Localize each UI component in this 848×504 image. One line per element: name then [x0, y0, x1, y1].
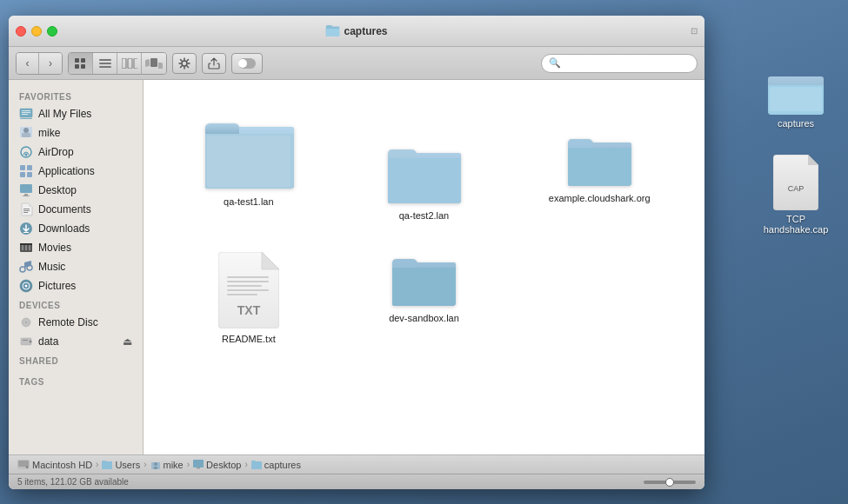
remote-disc-icon	[19, 315, 33, 329]
sidebar-item-all-my-files[interactable]: All My Files	[9, 104, 143, 123]
sidebar-label-downloads: Downloads	[38, 222, 90, 235]
sidebar: FAVORITES All My Files mike AirDrop	[9, 80, 144, 454]
svg-point-17	[182, 61, 187, 66]
window-title: captures	[344, 25, 387, 37]
svg-rect-7	[81, 64, 85, 69]
svg-rect-33	[27, 172, 32, 177]
svg-text:TXT: TXT	[237, 303, 261, 317]
readme-icon: TXT	[218, 252, 279, 328]
svg-point-27	[23, 128, 29, 133]
all-my-files-icon	[19, 107, 33, 121]
svg-rect-62	[227, 289, 269, 291]
breadcrumb-folder-icon-2	[251, 460, 262, 469]
svg-rect-59	[227, 276, 269, 278]
svg-rect-43	[20, 243, 32, 245]
arrange-button[interactable]	[172, 53, 197, 74]
slider-thumb[interactable]	[665, 478, 674, 487]
file-item-readme[interactable]: TXT README.txt	[170, 245, 328, 351]
svg-rect-34	[20, 184, 32, 193]
sidebar-label-remote-disc: Remote Disc	[38, 316, 98, 328]
desktop-icon-sidebar	[19, 183, 33, 197]
example-folder-icon	[565, 132, 633, 188]
sidebar-item-applications[interactable]: Applications	[9, 162, 143, 181]
traffic-lights	[16, 26, 57, 36]
file-item-qa-test1[interactable]: qa-test1.lan	[170, 106, 328, 228]
breadcrumb-macintosh-hd[interactable]: Macintosh HD	[17, 460, 92, 470]
breadcrumb-captures[interactable]: captures	[251, 460, 301, 470]
sidebar-item-remote-disc[interactable]: Remote Disc	[9, 313, 143, 332]
sidebar-item-downloads[interactable]: Downloads	[9, 219, 143, 238]
svg-rect-45	[25, 245, 27, 250]
share-button[interactable]	[202, 53, 226, 74]
breadcrumb-bar: Macintosh HD › Users › mike › Desktop	[9, 454, 704, 474]
breadcrumb-mike[interactable]: mike	[150, 460, 184, 470]
svg-rect-39	[23, 212, 28, 213]
sidebar-label-movies: Movies	[38, 242, 71, 254]
breadcrumb-users[interactable]: Users	[102, 460, 140, 470]
file-item-example[interactable]: example.cloudshark.org	[520, 106, 678, 228]
mike-icon	[19, 126, 33, 140]
nav-back-button[interactable]: ‹	[17, 53, 39, 74]
nav-forward-button[interactable]: ›	[39, 53, 62, 74]
info-bar: 5 items, 121.02 GB available	[9, 474, 704, 489]
movies-icon	[19, 241, 33, 255]
minimize-button[interactable]	[31, 26, 42, 36]
data-drive-icon	[19, 335, 33, 348]
toolbar: ‹ ›	[9, 47, 704, 80]
pictures-icon	[19, 279, 33, 293]
svg-point-51	[25, 285, 28, 288]
close-button[interactable]	[16, 26, 26, 36]
svg-point-69	[154, 462, 157, 466]
svg-rect-14	[150, 58, 157, 67]
svg-rect-31	[27, 165, 32, 170]
sidebar-item-pictures[interactable]: Pictures	[9, 276, 143, 295]
eject-button[interactable]: ⏏	[123, 335, 132, 348]
desktop-icon-captures[interactable]: captures	[761, 70, 831, 129]
file-item-qa-test2[interactable]: qa-test2.lan	[345, 106, 504, 228]
svg-rect-37	[23, 209, 30, 209]
sidebar-label-documents: Documents	[38, 203, 91, 216]
zoom-slider[interactable]	[644, 481, 696, 484]
svg-rect-44	[22, 245, 23, 250]
svg-point-19	[238, 59, 247, 68]
icon-view-icon	[75, 58, 87, 69]
coverflow-view-button[interactable]	[142, 53, 166, 74]
svg-rect-30	[20, 165, 25, 170]
captures-folder-icon	[768, 70, 824, 115]
sidebar-item-data[interactable]: data ⏏	[9, 332, 143, 351]
title-folder-icon	[325, 25, 339, 36]
breadcrumb-desktop[interactable]: Desktop	[193, 460, 241, 470]
sidebar-item-documents[interactable]: Documents	[9, 200, 143, 219]
list-view-button[interactable]	[93, 53, 117, 74]
svg-rect-11	[122, 58, 126, 69]
search-box[interactable]: 🔍	[541, 54, 698, 73]
icon-view-button[interactable]	[69, 53, 93, 74]
svg-rect-5	[81, 58, 85, 63]
maximize-button[interactable]	[47, 26, 57, 36]
breadcrumb-folder-icon-1	[102, 460, 112, 469]
qa-test2-folder-icon	[384, 141, 463, 205]
sidebar-item-airdrop[interactable]: AirDrop	[9, 143, 143, 162]
svg-rect-41	[23, 232, 29, 233]
navigation-buttons: ‹ ›	[16, 52, 63, 75]
svg-rect-63	[227, 294, 257, 295]
search-input[interactable]	[564, 58, 690, 69]
slider-track[interactable]	[644, 481, 696, 484]
svg-rect-16	[158, 62, 163, 68]
dev-sandbox-folder-icon	[390, 252, 457, 308]
svg-rect-24	[20, 118, 32, 119]
sidebar-item-movies[interactable]: Movies	[9, 238, 143, 257]
sidebar-item-desktop[interactable]: Desktop	[9, 181, 143, 200]
file-grid: qa-test1.lan	[144, 80, 704, 377]
file-item-dev-sandbox[interactable]: dev-sandbox.lan	[345, 245, 504, 351]
svg-rect-6	[75, 64, 79, 69]
title-bar: captures ⊡	[9, 16, 704, 47]
tcp-file-label: TCPhandshake.cap	[764, 214, 829, 235]
desktop-icon-tcp[interactable]: CAP TCPhandshake.cap	[761, 155, 831, 235]
sidebar-item-mike[interactable]: mike	[9, 123, 143, 143]
svg-rect-58	[207, 136, 290, 187]
action-button[interactable]	[231, 53, 263, 74]
sidebar-item-music[interactable]: Music	[9, 257, 143, 276]
column-view-button[interactable]	[117, 53, 142, 74]
svg-rect-72	[197, 468, 200, 469]
